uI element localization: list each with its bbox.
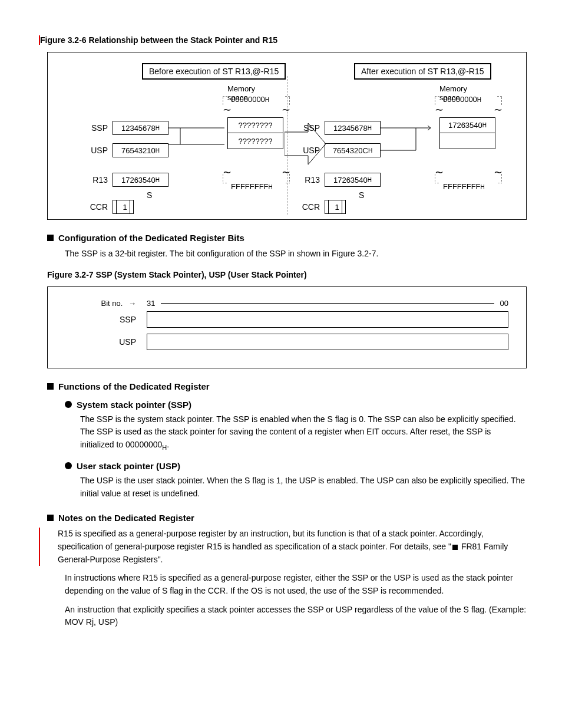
ssp-body: The SSP is the system stack pointer. The…	[80, 413, 527, 453]
r13-box-before: 17263540H	[113, 173, 168, 187]
section-config-body: The SSP is a 32-bit register. The bit co…	[65, 248, 527, 261]
after-title: After execution of ST R13,@-R15	[361, 67, 484, 76]
mem-cell-1-before: ????????	[228, 118, 283, 133]
circle-bullet-icon	[65, 401, 72, 408]
figure-3-2-6: Before execution of ST R13,@-R15 SSP 123…	[47, 52, 527, 220]
notes-body: R15 is specified as a general-purpose re…	[58, 528, 527, 566]
usp-box-after: 7654320CH	[325, 143, 381, 157]
usp-bullet-title: User stack pointer (USP)	[65, 461, 527, 471]
square-bullet-icon	[47, 235, 54, 241]
circle-bullet-icon	[65, 462, 72, 469]
usp-bitfield	[147, 334, 508, 350]
r13-box-after: 17263540H	[325, 173, 381, 187]
conn-before	[168, 127, 227, 156]
figure-3-2-7-caption: Figure 3.2-7 SSP (System Stack Pointer),…	[47, 270, 527, 279]
mem-cell-2-before: ????????	[228, 133, 283, 149]
usp-label: USP	[83, 146, 108, 155]
ssp-label: SSP	[83, 123, 108, 133]
figure-3-2-7: Bit no. → 31 00 SSP USP	[47, 286, 527, 368]
after-title-box: After execution of ST R13,@-R15	[354, 63, 491, 80]
notes-body-2: In instructions where R15 is specified a…	[65, 572, 527, 597]
usp-box-before: 76543210H	[113, 143, 168, 157]
ssp-box-before: 12345678H	[113, 121, 168, 135]
figure-3-2-6-caption: Figure 3.2-6 Relationship between the St…	[40, 35, 527, 45]
conn-after	[381, 121, 451, 156]
s-label: S	[147, 190, 152, 200]
ssp-bullet-title: System stack pointer (SSP)	[65, 400, 527, 410]
square-bullet-icon	[47, 515, 54, 521]
square-bullet-icon	[47, 383, 54, 390]
ssp-box-after: 12345678H	[325, 121, 381, 135]
mem-box-before: ???????? ????????	[227, 117, 283, 149]
before-title-box: Before execution of ST R13,@-R15	[142, 63, 286, 80]
before-title: Before execution of ST R13,@-R15	[149, 67, 279, 76]
section-config-title: Configuration of the Dedicated Register …	[47, 233, 527, 243]
section-func-title: Functions of the Dedicated Register	[47, 381, 527, 391]
r13-label: R13	[83, 175, 108, 185]
usp-body: The USP is the user stack pointer. When …	[80, 475, 527, 500]
ssp-bitfield	[147, 311, 508, 328]
section-notes-title: Notes on the Dedicated Register	[47, 513, 527, 523]
ccr-box-before: 1	[116, 200, 134, 214]
ccr-label: CCR	[83, 202, 108, 212]
notes-body-3: An instruction that explicitly specifies…	[65, 604, 527, 629]
ccr-box-after: 1	[328, 200, 346, 214]
